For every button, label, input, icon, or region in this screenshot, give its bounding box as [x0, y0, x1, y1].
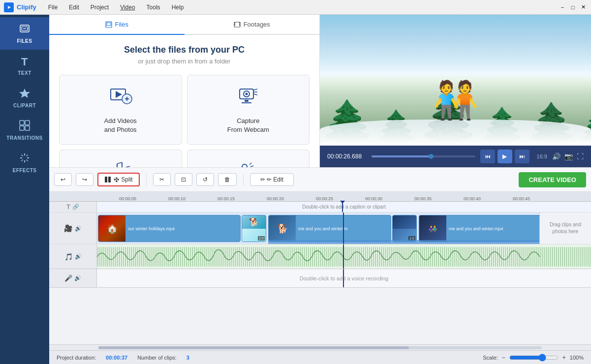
- voice-mute-icon[interactable]: 🔊: [74, 275, 81, 281]
- snapshot-icon[interactable]: 📷: [564, 152, 573, 160]
- duration-value: 00:00:37: [106, 355, 127, 361]
- file-select-area: Select the files from your PC or just dr…: [49, 35, 319, 167]
- transport-buttons: ⏮ ▶ ⏭: [480, 150, 529, 163]
- image-clip-small-2[interactable]: 2.0: [392, 215, 417, 242]
- sidebar-item-text[interactable]: T TEXT: [0, 50, 49, 82]
- close-button[interactable]: ✕: [579, 3, 587, 11]
- menu-file[interactable]: File: [46, 3, 60, 12]
- image-clip-small-1[interactable]: 🐕 2.0: [242, 215, 266, 242]
- fullscreen-icon[interactable]: ⛶: [577, 152, 584, 160]
- file-select-subtitle: or just drop them in from a folder: [59, 58, 310, 65]
- svg-rect-19: [107, 23, 111, 26]
- menu-tools[interactable]: Tools: [145, 3, 162, 12]
- sidebar-item-clipart[interactable]: CLIPART: [0, 82, 49, 114]
- add-audio-icon: [236, 160, 260, 167]
- ruler-mark-5: 00:00:05: [119, 196, 136, 201]
- menu-project[interactable]: Project: [89, 3, 111, 12]
- minimize-button[interactable]: −: [559, 3, 566, 11]
- delete-button[interactable]: 🗑: [218, 173, 237, 186]
- crop-button[interactable]: ⊡: [175, 173, 192, 186]
- toolbar-divider-1: [146, 174, 147, 186]
- edit-icon: ✏: [260, 176, 265, 183]
- preview-right-controls: 🔊 📷 ⛶: [552, 152, 584, 160]
- edit-button[interactable]: ✏ ✏ Edit: [250, 173, 294, 186]
- svg-rect-33: [245, 100, 249, 102]
- window-controls: − □ ✕: [559, 3, 587, 11]
- caption-text-icon: T: [66, 203, 70, 211]
- add-audio-option[interactable]: AddAudio Files: [187, 150, 310, 167]
- redo-button[interactable]: ↪: [76, 173, 93, 186]
- video-track: 🎥 🔊 🏠 our winter holidays.mp4 🐕: [49, 212, 591, 244]
- voice-content[interactable]: Double-click to add a voice recording: [97, 269, 591, 287]
- effects-icon: [19, 152, 30, 166]
- sidebar-item-effects[interactable]: EFFECTS: [0, 147, 49, 179]
- add-videos-icon: [108, 85, 133, 112]
- caption-content[interactable]: Double-click to add a caption or clipart: [97, 202, 591, 212]
- clip3-name: me and you and winter.mp4: [446, 225, 506, 233]
- ruler-mark-20: 00:00:20: [267, 196, 284, 201]
- video-clip-2[interactable]: 🐕 me and you and winter.m: [268, 215, 391, 242]
- timeline-scrollbar[interactable]: [49, 344, 591, 350]
- cut-button[interactable]: ✂: [153, 173, 171, 186]
- drag-hint-text: Drag clips and photos here: [542, 221, 589, 235]
- menu-video[interactable]: Video: [118, 3, 137, 12]
- volume-icon[interactable]: 🔊: [552, 152, 560, 160]
- video-clip-3[interactable]: 👫 me and you and winter.mp4 2.0: [419, 215, 557, 242]
- caption-link-icon: 🔗: [72, 204, 79, 210]
- text-icon: T: [21, 56, 28, 68]
- timeline: 00:00:05 00:00:10 00:00:15 00:00:20 00:0…: [49, 192, 591, 344]
- rotate-button[interactable]: ↺: [196, 173, 214, 186]
- scale-value: 100%: [570, 355, 584, 361]
- files-icon: [19, 23, 30, 36]
- tab-footages[interactable]: Footages: [185, 15, 320, 34]
- video-track-mute[interactable]: 🔊: [75, 225, 82, 232]
- sidebar-item-clipart-label: CLIPART: [13, 103, 36, 108]
- undo-button[interactable]: ↩: [54, 173, 72, 186]
- voice-hint: Double-click to add a voice recording: [300, 275, 388, 281]
- toolbar-divider-2: [243, 174, 244, 186]
- sidebar-item-transitions-label: TRANSITIONS: [6, 135, 42, 141]
- svg-rect-23: [239, 22, 240, 24]
- clipart-icon: [19, 88, 30, 101]
- sidebar-item-transitions[interactable]: TRANSITIONS: [0, 114, 49, 147]
- sidebar: FILES T TEXT CLIPART TRANSITIONS: [0, 15, 49, 364]
- split-button[interactable]: ⧾ Split: [97, 173, 140, 186]
- skip-back-button[interactable]: ⏮: [480, 150, 495, 163]
- audio-mute-icon[interactable]: 🔊: [75, 253, 82, 260]
- progress-bar[interactable]: [372, 155, 475, 157]
- sidebar-item-effects-label: EFFECTS: [12, 168, 36, 173]
- scale-slider[interactable]: [509, 354, 559, 362]
- zoom-in-icon[interactable]: +: [562, 354, 566, 361]
- skip-forward-button[interactable]: ⏭: [515, 150, 529, 163]
- menu-help[interactable]: Help: [170, 3, 186, 12]
- tab-files[interactable]: Files: [49, 15, 185, 35]
- playhead-video: [343, 212, 344, 244]
- svg-line-17: [22, 160, 23, 161]
- audio-track-content[interactable]: [97, 244, 591, 269]
- open-music-option[interactable]: Open MusicCollection: [59, 150, 182, 167]
- create-video-button[interactable]: CREATE VIDEO: [519, 172, 586, 187]
- audio-track-label: 🎵 🔊: [49, 244, 97, 269]
- video-track-label: 🎥 🔊: [49, 212, 97, 244]
- playhead-caption: [342, 202, 343, 212]
- capture-webcam-label: CaptureFrom Webcam: [227, 117, 269, 134]
- maximize-button[interactable]: □: [569, 3, 577, 11]
- voice-track: 🎤 🔊 Double-click to add a voice recordin…: [49, 269, 591, 288]
- scale-label: Scale:: [483, 355, 498, 361]
- status-right: Scale: − + 100%: [483, 354, 584, 362]
- sidebar-item-files[interactable]: FILES: [0, 17, 49, 50]
- zoom-out-icon[interactable]: −: [502, 354, 505, 361]
- ruler-mark-35: 00:00:35: [414, 196, 432, 201]
- menu-edit[interactable]: Edit: [67, 3, 81, 12]
- svg-marker-5: [19, 89, 30, 98]
- svg-rect-24: [239, 24, 240, 26]
- play-button[interactable]: ▶: [498, 150, 512, 163]
- progress-fill: [372, 155, 434, 157]
- add-videos-option[interactable]: Add Videosand Photos: [59, 75, 182, 145]
- progress-indicator: [429, 154, 434, 159]
- capture-webcam-icon: [236, 85, 260, 112]
- clips-value: 3: [187, 355, 189, 361]
- video-clip-1[interactable]: 🏠 our winter holidays.mp4: [98, 215, 241, 242]
- capture-webcam-option[interactable]: CaptureFrom Webcam: [187, 75, 310, 145]
- app-logo: [4, 2, 14, 12]
